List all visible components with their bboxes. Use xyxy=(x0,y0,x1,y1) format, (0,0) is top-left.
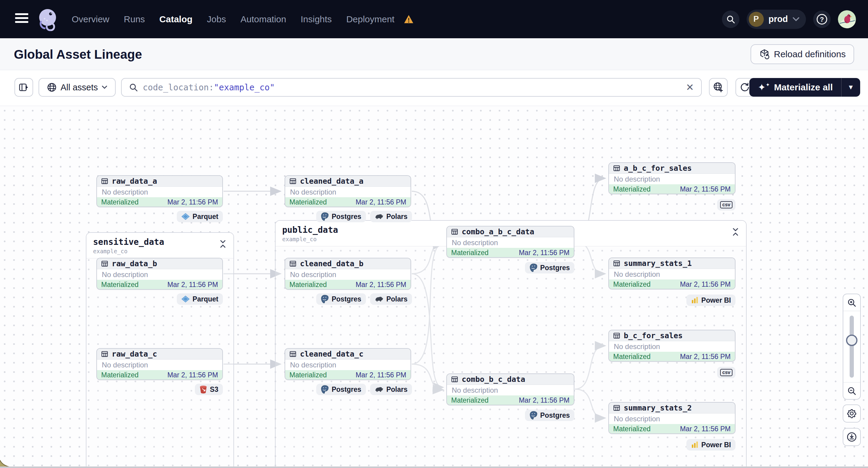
tag-polars[interactable]: Polars xyxy=(370,384,412,395)
tag-label: Power BI xyxy=(702,297,731,305)
help-icon: ? xyxy=(816,13,828,25)
asset-node-b-c-for-sales[interactable]: b_c_for_sales No description Materialize… xyxy=(609,330,736,362)
asset-node-cleaned-data-c[interactable]: cleaned_data_c No description Materializ… xyxy=(285,348,411,380)
asset-node-raw-data-c[interactable]: raw_data_c No description Materialized M… xyxy=(96,348,223,380)
asset-node-cleaned-data-a[interactable]: cleaned_data_a No description Materializ… xyxy=(285,175,411,207)
asset-description: No description xyxy=(97,360,222,370)
user-avatar[interactable] xyxy=(838,10,856,28)
asset-node-raw-data-a[interactable]: raw_data_a No description Materialized M… xyxy=(96,175,223,207)
s3-icon xyxy=(199,385,207,394)
nav-item-automation[interactable]: Automation xyxy=(240,14,286,24)
tag-powerbi[interactable]: Power BI xyxy=(686,294,736,306)
download-button[interactable] xyxy=(843,428,861,446)
reload-definitions-button[interactable]: Reload definitions xyxy=(750,44,855,64)
tag-parquet[interactable]: Parquet xyxy=(177,211,223,222)
asset-node-combo-a-b-c-data[interactable]: combo_a_b_c_data No description Material… xyxy=(446,226,575,258)
dagster-logo[interactable] xyxy=(35,6,61,33)
asset-description: No description xyxy=(285,269,410,280)
tag-powerbi[interactable]: Power BI xyxy=(686,439,736,450)
zoom-slider-track[interactable] xyxy=(849,316,854,378)
open-sidebar-button[interactable] xyxy=(14,78,33,97)
postgres-icon xyxy=(321,295,329,303)
asset-status-row: Materialized Mar 2, 11:56 PM xyxy=(447,248,574,258)
node-header: raw_data_c xyxy=(97,349,222,360)
nav-item-overview[interactable]: Overview xyxy=(72,14,109,24)
tag-polars[interactable]: Polars xyxy=(370,211,412,222)
polars-icon xyxy=(375,213,384,220)
nav-item-runs[interactable]: Runs xyxy=(124,14,145,24)
asset-description: No description xyxy=(97,187,222,197)
search-button[interactable] xyxy=(722,10,739,28)
asset-description: No description xyxy=(285,187,410,197)
nav-item-insights[interactable]: Insights xyxy=(301,14,332,24)
status-timestamp: Mar 2, 11:56 PM xyxy=(167,281,218,289)
asset-node-summary-stats-2[interactable]: summary_stats_2 No description Materiali… xyxy=(609,402,736,434)
asset-description: No description xyxy=(447,237,574,248)
tag-postgres[interactable]: Postgres xyxy=(316,384,366,395)
table-icon xyxy=(289,350,297,358)
tag-label: Postgres xyxy=(332,385,361,394)
reload-icon xyxy=(759,49,770,60)
parquet-icon xyxy=(181,213,190,220)
tag-postgres[interactable]: Postgres xyxy=(316,211,366,222)
zoom-in-button[interactable] xyxy=(843,294,860,311)
asset-scope-dropdown[interactable]: All assets xyxy=(38,78,116,97)
zoom-slider-thumb[interactable] xyxy=(846,335,858,346)
top-navbar: Overview Runs Catalog Jobs Automation In… xyxy=(0,0,868,38)
tag-label: Polars xyxy=(386,213,407,221)
asset-node-a-b-c-for-sales[interactable]: a_b_c_for_sales No description Materiali… xyxy=(609,162,736,194)
tag-postgres[interactable]: Postgres xyxy=(316,293,366,305)
help-button[interactable]: ? xyxy=(813,10,831,28)
status-timestamp: Mar 2, 11:56 PM xyxy=(519,249,569,257)
gear-icon xyxy=(847,408,857,418)
tag-csv[interactable]: csv xyxy=(717,199,736,211)
tags-combo-b-c-data: Postgres xyxy=(525,410,575,421)
search-query: code_location:"example_co" xyxy=(143,83,275,92)
asset-node-combo-b-c-data[interactable]: combo_b_c_data No description Materializ… xyxy=(446,373,575,405)
asset-node-summary-stats-1[interactable]: summary_stats_1 No description Materiali… xyxy=(609,257,736,289)
postgres-icon xyxy=(529,411,537,419)
nav-item-deployment[interactable]: Deployment xyxy=(346,14,395,24)
tags-cleaned-data-c: Postgres Polars xyxy=(316,384,412,395)
tag-postgres[interactable]: Postgres xyxy=(525,410,575,421)
graph-settings-button[interactable] xyxy=(843,404,861,423)
csv-icon: csv xyxy=(720,369,733,376)
materialize-all-label: Materialize all xyxy=(774,82,833,92)
clear-search-icon[interactable]: ✕ xyxy=(686,83,694,92)
materialize-options-caret[interactable]: ▼ xyxy=(841,78,860,97)
asset-node-cleaned-data-b[interactable]: cleaned_data_b No description Materializ… xyxy=(285,258,411,290)
status-timestamp: Mar 2, 11:56 PM xyxy=(519,396,569,404)
group-header[interactable]: sensitive_data example_co xyxy=(87,233,234,258)
tag-s3[interactable]: S3 xyxy=(195,384,223,395)
deployment-switcher[interactable]: P prod xyxy=(747,10,806,29)
status-badge: Materialized xyxy=(613,353,651,361)
hamburger-icon[interactable] xyxy=(15,13,29,25)
tag-postgres[interactable]: Postgres xyxy=(525,262,575,274)
nav-item-catalog[interactable]: Catalog xyxy=(159,14,192,24)
tag-csv[interactable]: csv xyxy=(717,367,736,378)
zoom-slider[interactable] xyxy=(843,311,860,382)
collapse-group-icon[interactable] xyxy=(219,240,227,248)
asset-search-input[interactable]: code_location:"example_co" ✕ xyxy=(121,78,702,97)
tag-parquet[interactable]: Parquet xyxy=(177,293,223,305)
tag-label: Parquet xyxy=(192,295,218,303)
status-badge: Materialized xyxy=(613,280,651,288)
collapse-group-icon[interactable] xyxy=(732,227,739,237)
status-timestamp: Mar 2, 11:56 PM xyxy=(680,280,731,288)
nav-item-jobs[interactable]: Jobs xyxy=(207,14,226,24)
asset-status-row: Materialized Mar 2, 11:56 PM xyxy=(285,280,410,290)
materialize-all-button[interactable]: ✦✦ Materialize all xyxy=(749,78,841,97)
tags-summary-stats-1: Power BI xyxy=(686,294,736,306)
nav-right-cluster: P prod ? xyxy=(722,0,856,38)
table-icon xyxy=(289,177,297,185)
asset-status-row: Materialized Mar 2, 11:56 PM xyxy=(97,370,222,380)
zoom-out-button[interactable] xyxy=(843,382,860,399)
status-badge: Materialized xyxy=(613,185,651,193)
asset-description: No description xyxy=(609,269,735,279)
powerbi-icon xyxy=(691,297,699,304)
asset-node-raw-data-b[interactable]: raw_data_b No description Materialized M… xyxy=(96,258,223,290)
tag-polars[interactable]: Polars xyxy=(370,293,412,305)
postgres-icon xyxy=(321,385,329,394)
filter-scope-button[interactable] xyxy=(709,78,727,97)
asset-description: No description xyxy=(609,413,735,424)
